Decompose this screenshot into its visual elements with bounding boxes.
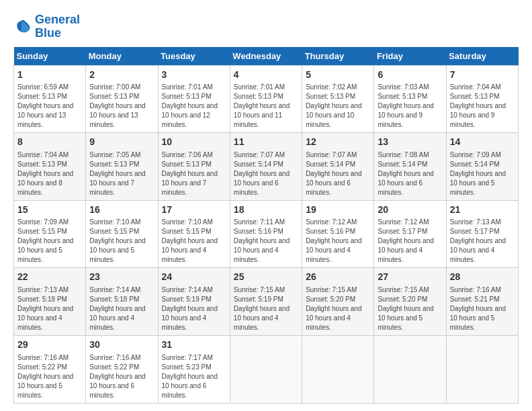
calendar-cell: 9 Sunrise: 7:05 AM Sunset: 5:13 PM Dayli…	[86, 133, 158, 201]
day-info: Sunrise: 7:01 AM Sunset: 5:13 PM Dayligh…	[162, 83, 226, 130]
day-number: 29	[17, 338, 82, 352]
calendar-cell: 16 Sunrise: 7:10 AM Sunset: 5:15 PM Dayl…	[86, 200, 158, 268]
day-header-monday: Monday	[86, 47, 158, 66]
header: General Blue	[13, 13, 519, 40]
day-number: 3	[162, 68, 226, 82]
day-info: Sunrise: 7:01 AM Sunset: 5:13 PM Dayligh…	[234, 83, 298, 130]
day-header-wednesday: Wednesday	[230, 47, 302, 66]
calendar-cell: 15 Sunrise: 7:09 AM Sunset: 5:15 PM Dayl…	[14, 200, 86, 268]
calendar-week-4: 22 Sunrise: 7:13 AM Sunset: 5:18 PM Dayl…	[14, 268, 519, 336]
day-number: 6	[378, 68, 442, 82]
day-info: Sunrise: 7:13 AM Sunset: 5:18 PM Dayligh…	[17, 285, 82, 332]
header-row: SundayMondayTuesdayWednesdayThursdayFrid…	[14, 47, 519, 66]
day-info: Sunrise: 7:07 AM Sunset: 5:14 PM Dayligh…	[234, 150, 298, 197]
day-number: 1	[17, 68, 82, 82]
logo-icon	[13, 17, 32, 36]
calendar-week-3: 15 Sunrise: 7:09 AM Sunset: 5:15 PM Dayl…	[14, 200, 519, 268]
day-info: Sunrise: 7:09 AM Sunset: 5:14 PM Dayligh…	[450, 150, 515, 197]
day-number: 17	[162, 203, 226, 217]
day-info: Sunrise: 7:16 AM Sunset: 5:22 PM Dayligh…	[17, 353, 82, 400]
calendar-week-5: 29 Sunrise: 7:16 AM Sunset: 5:22 PM Dayl…	[14, 335, 519, 403]
day-header-tuesday: Tuesday	[158, 47, 230, 66]
day-header-thursday: Thursday	[302, 47, 374, 66]
calendar-cell: 17 Sunrise: 7:10 AM Sunset: 5:15 PM Dayl…	[158, 200, 230, 268]
day-number: 10	[162, 136, 226, 149]
day-number: 21	[450, 203, 515, 217]
day-number: 24	[162, 271, 226, 284]
calendar-cell: 3 Sunrise: 7:01 AM Sunset: 5:13 PM Dayli…	[158, 65, 230, 133]
day-info: Sunrise: 7:09 AM Sunset: 5:15 PM Dayligh…	[17, 218, 82, 265]
calendar-cell: 21 Sunrise: 7:13 AM Sunset: 5:17 PM Dayl…	[446, 200, 518, 268]
day-info: Sunrise: 7:16 AM Sunset: 5:21 PM Dayligh…	[450, 285, 515, 332]
day-header-sunday: Sunday	[14, 47, 86, 66]
day-info: Sunrise: 7:17 AM Sunset: 5:23 PM Dayligh…	[162, 353, 226, 400]
day-number: 20	[378, 203, 442, 217]
day-info: Sunrise: 7:10 AM Sunset: 5:15 PM Dayligh…	[89, 218, 154, 265]
day-info: Sunrise: 7:12 AM Sunset: 5:16 PM Dayligh…	[306, 218, 370, 265]
day-info: Sunrise: 7:10 AM Sunset: 5:15 PM Dayligh…	[162, 218, 226, 265]
calendar-cell: 22 Sunrise: 7:13 AM Sunset: 5:18 PM Dayl…	[14, 268, 86, 336]
calendar-cell	[230, 335, 302, 403]
day-number: 2	[89, 68, 154, 82]
calendar-cell	[446, 335, 518, 403]
calendar-cell	[374, 335, 446, 403]
day-info: Sunrise: 7:04 AM Sunset: 5:13 PM Dayligh…	[17, 150, 82, 197]
calendar-cell: 18 Sunrise: 7:11 AM Sunset: 5:16 PM Dayl…	[230, 200, 302, 268]
day-number: 13	[378, 136, 442, 149]
calendar-cell: 11 Sunrise: 7:07 AM Sunset: 5:14 PM Dayl…	[230, 133, 302, 201]
day-info: Sunrise: 7:15 AM Sunset: 5:19 PM Dayligh…	[234, 285, 298, 332]
day-info: Sunrise: 7:00 AM Sunset: 5:13 PM Dayligh…	[89, 83, 154, 130]
calendar-cell: 5 Sunrise: 7:02 AM Sunset: 5:13 PM Dayli…	[302, 65, 374, 133]
day-number: 8	[17, 136, 82, 149]
day-info: Sunrise: 7:04 AM Sunset: 5:13 PM Dayligh…	[450, 83, 515, 130]
day-number: 9	[89, 136, 154, 149]
day-number: 25	[234, 271, 298, 284]
calendar-cell: 10 Sunrise: 7:06 AM Sunset: 5:13 PM Dayl…	[158, 133, 230, 201]
calendar-cell: 25 Sunrise: 7:15 AM Sunset: 5:19 PM Dayl…	[230, 268, 302, 336]
day-number: 18	[234, 203, 298, 217]
day-number: 23	[89, 271, 154, 284]
day-number: 30	[89, 338, 154, 352]
calendar-cell: 28 Sunrise: 7:16 AM Sunset: 5:21 PM Dayl…	[446, 268, 518, 336]
day-info: Sunrise: 7:06 AM Sunset: 5:13 PM Dayligh…	[162, 150, 226, 197]
calendar-cell: 19 Sunrise: 7:12 AM Sunset: 5:16 PM Dayl…	[302, 200, 374, 268]
calendar-cell: 7 Sunrise: 7:04 AM Sunset: 5:13 PM Dayli…	[446, 65, 518, 133]
day-info: Sunrise: 7:15 AM Sunset: 5:20 PM Dayligh…	[306, 285, 370, 332]
calendar-week-1: 1 Sunrise: 6:59 AM Sunset: 5:13 PM Dayli…	[14, 65, 519, 133]
calendar-cell: 2 Sunrise: 7:00 AM Sunset: 5:13 PM Dayli…	[86, 65, 158, 133]
calendar-cell	[302, 335, 374, 403]
day-header-friday: Friday	[374, 47, 446, 66]
day-number: 26	[306, 271, 370, 284]
day-info: Sunrise: 7:14 AM Sunset: 5:18 PM Dayligh…	[89, 285, 154, 332]
day-number: 14	[450, 136, 515, 149]
day-info: Sunrise: 7:16 AM Sunset: 5:22 PM Dayligh…	[89, 353, 154, 400]
day-number: 12	[306, 136, 370, 149]
calendar-cell: 4 Sunrise: 7:01 AM Sunset: 5:13 PM Dayli…	[230, 65, 302, 133]
day-number: 27	[378, 271, 442, 284]
day-number: 15	[17, 203, 82, 217]
day-info: Sunrise: 7:13 AM Sunset: 5:17 PM Dayligh…	[450, 218, 515, 265]
day-number: 16	[89, 203, 154, 217]
day-number: 31	[162, 338, 226, 352]
day-number: 11	[234, 136, 298, 149]
calendar-cell: 8 Sunrise: 7:04 AM Sunset: 5:13 PM Dayli…	[14, 133, 86, 201]
day-info: Sunrise: 7:08 AM Sunset: 5:14 PM Dayligh…	[378, 150, 442, 197]
day-number: 22	[17, 271, 82, 284]
calendar-table: SundayMondayTuesdayWednesdayThursdayFrid…	[13, 47, 519, 404]
calendar-cell: 23 Sunrise: 7:14 AM Sunset: 5:18 PM Dayl…	[86, 268, 158, 336]
day-number: 7	[450, 68, 515, 82]
day-info: Sunrise: 7:05 AM Sunset: 5:13 PM Dayligh…	[89, 150, 154, 197]
day-info: Sunrise: 7:11 AM Sunset: 5:16 PM Dayligh…	[234, 218, 298, 265]
calendar-week-2: 8 Sunrise: 7:04 AM Sunset: 5:13 PM Dayli…	[14, 133, 519, 201]
calendar-cell: 26 Sunrise: 7:15 AM Sunset: 5:20 PM Dayl…	[302, 268, 374, 336]
calendar-cell: 29 Sunrise: 7:16 AM Sunset: 5:22 PM Dayl…	[14, 335, 86, 403]
calendar-cell: 20 Sunrise: 7:12 AM Sunset: 5:17 PM Dayl…	[374, 200, 446, 268]
calendar-cell: 1 Sunrise: 6:59 AM Sunset: 5:13 PM Dayli…	[14, 65, 86, 133]
calendar-cell: 27 Sunrise: 7:15 AM Sunset: 5:20 PM Dayl…	[374, 268, 446, 336]
day-number: 19	[306, 203, 370, 217]
day-info: Sunrise: 7:15 AM Sunset: 5:20 PM Dayligh…	[378, 285, 442, 332]
calendar-cell: 14 Sunrise: 7:09 AM Sunset: 5:14 PM Dayl…	[446, 133, 518, 201]
calendar-cell: 24 Sunrise: 7:14 AM Sunset: 5:19 PM Dayl…	[158, 268, 230, 336]
calendar-cell: 6 Sunrise: 7:03 AM Sunset: 5:13 PM Dayli…	[374, 65, 446, 133]
day-info: Sunrise: 7:03 AM Sunset: 5:13 PM Dayligh…	[378, 83, 442, 130]
